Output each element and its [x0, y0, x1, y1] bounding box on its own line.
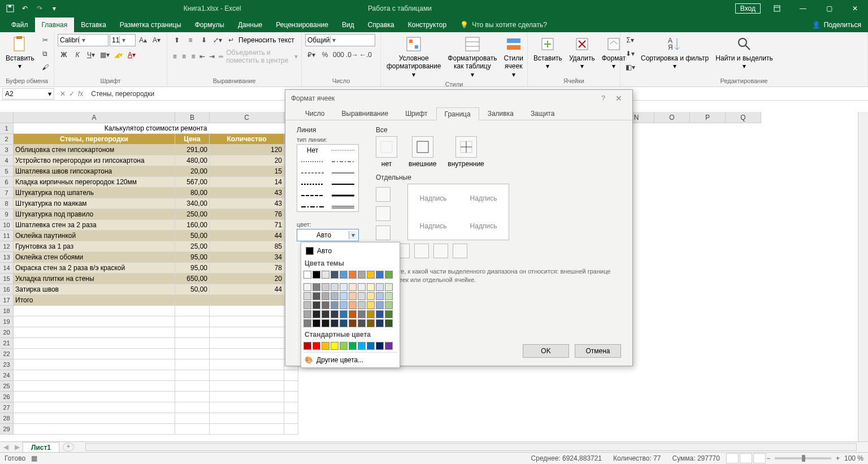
sheet-next-icon[interactable]: ▶	[11, 443, 23, 451]
tab-formulas[interactable]: Формулы	[188, 18, 231, 32]
autosum-icon[interactable]: Σ▾	[624, 34, 636, 46]
fill-color-button[interactable]: ◢▾	[112, 49, 124, 61]
underline-button[interactable]: Ч▾	[85, 49, 97, 61]
align-center-icon[interactable]: ≡	[180, 50, 188, 63]
format-painter-icon[interactable]: 🖌	[39, 61, 51, 73]
name-box[interactable]: A2▾	[2, 88, 54, 99]
comma-icon[interactable]: 000	[332, 49, 345, 61]
cancel-button[interactable]: Отмена	[575, 344, 621, 358]
border-hmiddle[interactable]	[376, 206, 390, 221]
color-swatch[interactable]	[303, 283, 311, 291]
row-header[interactable]: 22	[0, 349, 14, 359]
cell[interactable]: Количество	[210, 134, 284, 145]
row-header[interactable]: 9	[0, 209, 14, 220]
color-swatch[interactable]	[340, 271, 348, 279]
color-swatch[interactable]	[367, 301, 375, 309]
copy-icon[interactable]: ⧉	[39, 47, 51, 60]
qat-customize-icon[interactable]: ▾	[49, 3, 60, 14]
cell[interactable]: Штукатурка под правило	[14, 209, 175, 220]
cell[interactable]: 291,00	[175, 145, 210, 155]
cell[interactable]: 25,00	[175, 241, 210, 252]
cell[interactable]	[284, 413, 298, 424]
cut-icon[interactable]: ✂	[39, 34, 51, 46]
cell[interactable]	[210, 295, 284, 306]
view-normal-icon[interactable]	[726, 453, 739, 463]
format-table-button[interactable]: Форматировать как таблицу▾	[445, 34, 499, 80]
color-swatch[interactable]	[340, 342, 348, 350]
find-select-button[interactable]: Найти и выделить▾	[713, 34, 775, 72]
color-swatch[interactable]	[303, 319, 311, 327]
tab-file[interactable]: Файл	[5, 18, 35, 32]
cell[interactable]	[14, 424, 175, 435]
row-header[interactable]: 2	[0, 134, 14, 145]
row-header[interactable]: 10	[0, 220, 14, 231]
color-swatch[interactable]	[367, 292, 375, 300]
cell[interactable]	[210, 359, 284, 370]
cell[interactable]	[284, 424, 298, 435]
color-swatch[interactable]	[367, 319, 375, 327]
preset-outer[interactable]	[412, 136, 433, 158]
cell[interactable]: Оклейка паутинкой	[14, 231, 175, 241]
row-header[interactable]: 12	[0, 241, 14, 252]
login-button[interactable]: Вход	[735, 3, 761, 14]
cell[interactable]: Цена	[175, 134, 210, 145]
color-swatch[interactable]	[385, 342, 393, 350]
cell[interactable]: Штукатурка по маякам	[14, 198, 175, 209]
cell[interactable]: 43	[210, 198, 284, 209]
cell[interactable]: 95,00	[175, 263, 210, 274]
font-name-combo[interactable]: Calibri▾	[58, 34, 108, 46]
row-header[interactable]: 4	[0, 155, 14, 166]
color-swatch[interactable]	[358, 301, 366, 309]
borders-button[interactable]: ▦▾	[98, 49, 111, 61]
border-bottom[interactable]	[376, 226, 390, 240]
row-header[interactable]: 28	[0, 413, 14, 424]
cond-format-button[interactable]: Условное форматирование▾	[384, 34, 443, 80]
row-header[interactable]: 6	[0, 177, 14, 188]
cell[interactable]	[210, 402, 284, 413]
cell[interactable]	[175, 327, 210, 338]
dialog-tab[interactable]: Выравнивание	[333, 107, 397, 120]
indent-inc-icon[interactable]: ⇥	[208, 50, 216, 63]
cell[interactable]: 567,00	[175, 177, 210, 188]
cell[interactable]	[14, 381, 175, 392]
cell[interactable]	[175, 338, 210, 349]
view-layout-icon[interactable]	[740, 453, 752, 463]
more-colors[interactable]: 🎨 Другие цвета...	[303, 352, 397, 365]
cell[interactable]: 71	[210, 220, 284, 231]
row-header[interactable]: 23	[0, 359, 14, 370]
cell[interactable]	[210, 392, 284, 402]
row-header[interactable]: 7	[0, 188, 14, 198]
row-header[interactable]: 19	[0, 316, 14, 327]
cell[interactable]	[284, 370, 298, 381]
cell[interactable]: 120	[210, 145, 284, 155]
color-swatch[interactable]	[376, 271, 384, 279]
border-diag2[interactable]	[453, 244, 467, 258]
cell[interactable]	[175, 306, 210, 316]
cell[interactable]	[175, 370, 210, 381]
cell[interactable]	[284, 381, 298, 392]
color-swatch[interactable]	[313, 292, 320, 300]
color-swatch[interactable]	[349, 342, 357, 350]
dialog-tab[interactable]: Число	[297, 107, 333, 120]
maximize-icon[interactable]: ▢	[816, 0, 842, 16]
cell[interactable]	[175, 381, 210, 392]
border-right[interactable]	[433, 244, 448, 258]
align-right-icon[interactable]: ≡	[189, 50, 197, 63]
color-swatch[interactable]	[313, 319, 320, 327]
color-swatch[interactable]	[322, 319, 329, 327]
cell[interactable]	[14, 349, 175, 359]
currency-icon[interactable]: ₽▾	[305, 49, 318, 61]
cell[interactable]: 340,00	[175, 198, 210, 209]
tab-review[interactable]: Рецензирование	[269, 18, 335, 32]
undo-icon[interactable]: ↶	[19, 3, 31, 14]
cell[interactable]	[210, 413, 284, 424]
row-header[interactable]: 13	[0, 252, 14, 263]
cell[interactable]: Стены, перегородки	[14, 134, 175, 145]
cell[interactable]	[14, 392, 175, 402]
color-swatch[interactable]	[358, 310, 366, 318]
redo-icon[interactable]: ↷	[34, 3, 45, 14]
cell[interactable]: 650,00	[175, 274, 210, 284]
number-format-combo[interactable]: Общий▾	[305, 34, 375, 46]
tab-layout[interactable]: Разметка страницы	[113, 18, 188, 32]
color-swatch[interactable]	[331, 271, 338, 279]
